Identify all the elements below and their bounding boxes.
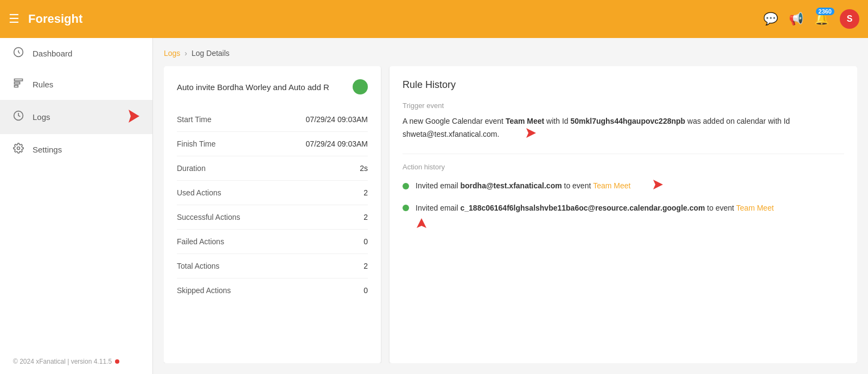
rules-icon	[13, 78, 24, 91]
logs-arrow-annotation	[113, 109, 139, 125]
trigger-event-name: Team Meet	[506, 117, 544, 125]
announcement-icon[interactable]: 📢	[789, 12, 803, 26]
cards-row: Auto invite Bordha Worley and Auto add R…	[164, 66, 857, 363]
action-prefix-2: Invited email	[416, 204, 460, 212]
rule-history-title: Rule History	[403, 79, 844, 91]
successful-actions-label: Successful Actions	[177, 213, 363, 221]
finish-time-value: 07/29/24 09:03AM	[306, 140, 368, 148]
breadcrumb: Logs › Log Details	[164, 49, 857, 58]
used-actions-label: Used Actions	[177, 188, 363, 197]
status-dot	[353, 79, 368, 94]
finish-time-label: Finish Time	[177, 140, 306, 148]
svg-marker-8	[417, 218, 426, 238]
action-mid-1: to event	[562, 181, 593, 189]
breadcrumb-logs-link[interactable]: Logs	[164, 49, 180, 58]
footer-text: © 2024 xFanatical | version 4.11.5	[13, 358, 112, 365]
trigger-event-text: A new Google Calendar event Team Meet wi…	[403, 115, 844, 143]
svg-marker-7	[635, 180, 663, 189]
logs-label: Logs	[33, 112, 103, 122]
app-body: Dashboard Rules Logs	[0, 38, 868, 374]
start-time-label: Start Time	[177, 115, 306, 124]
svg-marker-6	[503, 128, 536, 138]
detail-row-duration: Duration 2s	[177, 156, 368, 181]
svg-marker-4	[113, 110, 139, 123]
sidebar-item-rules[interactable]: Rules	[0, 69, 152, 100]
used-actions-value: 2	[363, 188, 368, 197]
notification-badge: 2360	[816, 8, 834, 15]
skipped-actions-value: 0	[363, 286, 368, 295]
detail-row-successful-actions: Successful Actions 2	[177, 205, 368, 230]
action-prefix-1: Invited email	[416, 181, 460, 189]
sidebar-item-settings[interactable]: Settings	[0, 134, 152, 165]
trigger-calendar-id: shweta@test.xfanatical.com	[403, 130, 497, 138]
action-dot-1	[403, 183, 409, 189]
action1-arrow-annotation	[635, 179, 663, 194]
action-item-1: Invited email bordha@test.xfanatical.com…	[403, 179, 844, 194]
action-history-label: Action history	[403, 163, 844, 171]
log-detail-card: Auto invite Bordha Worley and Auto add R…	[164, 66, 381, 363]
svg-point-5	[17, 147, 20, 150]
rules-label: Rules	[33, 80, 139, 89]
start-time-value: 07/29/24 09:03AM	[306, 115, 368, 124]
sidebar-footer: © 2024 xFanatical | version 4.11.5	[0, 349, 152, 374]
menu-icon[interactable]: ☰	[9, 12, 20, 26]
dashboard-icon	[13, 47, 24, 60]
detail-row-total-actions: Total Actions 2	[177, 254, 368, 278]
action-email-2: c_188c06164f6lghsalshvbe11ba6oc@resource…	[460, 204, 705, 212]
app-title: Foresight	[28, 12, 763, 26]
skipped-actions-label: Skipped Actions	[177, 286, 363, 295]
app-header: ☰ Foresight 💬 📢 🔔 2360 S	[0, 0, 868, 38]
settings-label: Settings	[33, 145, 139, 154]
total-actions-value: 2	[363, 262, 368, 270]
breadcrumb-current: Log Details	[192, 49, 229, 58]
action-dot-2	[403, 205, 409, 211]
chat-icon[interactable]: 💬	[763, 12, 778, 26]
divider	[403, 154, 844, 154]
logs-icon	[13, 110, 24, 124]
failed-actions-label: Failed Actions	[177, 237, 363, 246]
sidebar-item-logs[interactable]: Logs	[0, 100, 152, 134]
action2-arrow-annotation	[416, 218, 844, 239]
trigger-arrow-annotation	[503, 127, 536, 142]
total-actions-label: Total Actions	[177, 262, 363, 270]
action-email-1: bordha@test.xfanatical.com	[460, 181, 561, 189]
trigger-event-id: 50mkl7ughs44hgaupovc228npb	[570, 117, 685, 125]
action-event-link-2[interactable]: Team Meet	[736, 204, 774, 212]
duration-label: Duration	[177, 164, 360, 173]
rule-history-card: Rule History Trigger event A new Google …	[390, 66, 857, 363]
failed-actions-value: 0	[363, 237, 368, 246]
successful-actions-value: 2	[363, 213, 368, 221]
action-event-link-1[interactable]: Team Meet	[593, 181, 630, 189]
trigger-suffix: .	[497, 130, 500, 138]
dashboard-label: Dashboard	[33, 49, 139, 58]
detail-row-finish-time: Finish Time 07/29/24 09:03AM	[177, 132, 368, 156]
duration-value: 2s	[360, 164, 368, 173]
detail-row-failed-actions: Failed Actions 0	[177, 230, 368, 254]
action-mid-2: to event	[705, 204, 736, 212]
breadcrumb-separator: ›	[184, 49, 187, 58]
main-content: Logs › Log Details Auto invite Bordha Wo…	[153, 38, 868, 374]
settings-icon	[13, 143, 24, 156]
svg-line-2	[18, 52, 20, 54]
header-actions: 💬 📢 🔔 2360 S	[763, 9, 859, 29]
user-avatar[interactable]: S	[840, 9, 859, 29]
action-text-2: Invited email c_188c06164f6lghsalshvbe11…	[416, 202, 774, 214]
sidebar-item-dashboard[interactable]: Dashboard	[0, 38, 152, 69]
trigger-prefix: A new Google Calendar event	[403, 117, 506, 125]
trigger-event-label: Trigger event	[403, 102, 844, 110]
notification-icon[interactable]: 🔔 2360	[814, 12, 829, 26]
trigger-mid2: was added on calendar with Id	[685, 117, 790, 125]
detail-row-skipped-actions: Skipped Actions 0	[177, 278, 368, 302]
rule-name: Auto invite Bordha Worley and Auto add R	[177, 83, 346, 92]
footer-status-dot	[115, 359, 119, 364]
trigger-mid: with Id	[544, 117, 570, 125]
sidebar: Dashboard Rules Logs	[0, 38, 153, 374]
action-item-2: Invited email c_188c06164f6lghsalshvbe11…	[403, 202, 844, 214]
sidebar-nav: Dashboard Rules Logs	[0, 38, 152, 349]
action-text-1: Invited email bordha@test.xfanatical.com…	[416, 179, 663, 194]
log-detail-header: Auto invite Bordha Worley and Auto add R	[177, 79, 368, 94]
detail-row-start-time: Start Time 07/29/24 09:03AM	[177, 107, 368, 132]
detail-row-used-actions: Used Actions 2	[177, 181, 368, 205]
